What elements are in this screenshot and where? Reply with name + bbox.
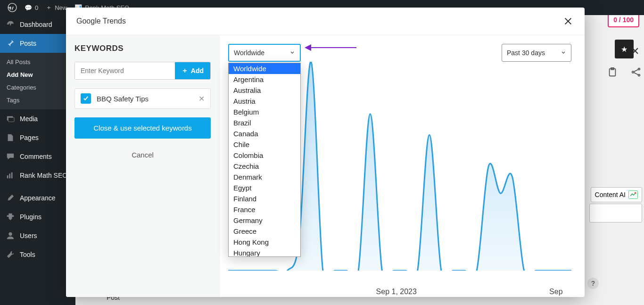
region-option[interactable]: Australia (229, 85, 300, 96)
sidebar-sub-categories[interactable]: Categories (0, 81, 75, 94)
help-icon[interactable]: ? (587, 278, 599, 289)
svg-rect-3 (7, 175, 8, 178)
share-icon[interactable] (631, 67, 641, 79)
region-option[interactable]: Hong Kong (229, 237, 300, 247)
cancel-button[interactable]: Cancel (74, 147, 211, 163)
focus-keyword-input[interactable] (589, 204, 642, 223)
svg-point-8 (632, 71, 634, 73)
sidebar-label: Posts (20, 40, 36, 47)
sidebar-label: Tools (20, 251, 35, 258)
add-keyword-button[interactable]: ＋ Add (175, 62, 210, 79)
close-panel-icon[interactable]: ✕ (626, 43, 644, 59)
region-option[interactable]: Canada (229, 128, 300, 139)
svg-rect-5 (11, 173, 13, 179)
annotation-arrow (305, 46, 356, 49)
region-selected-label: Worldwide (234, 49, 264, 57)
sidebar-item-dashboard[interactable]: Dashboard (0, 15, 75, 34)
close-button[interactable] (562, 15, 574, 27)
sidebar-item-comments[interactable]: Comments (0, 147, 75, 166)
google-trends-modal: Google Trends KEYWORDS ＋ Add BBQ Safety … (66, 8, 585, 297)
chart-icon (6, 171, 15, 180)
sidebar-label: Comments (20, 153, 52, 160)
sidebar-label: Rank Math SEO (20, 172, 67, 179)
modal-header: Google Trends (66, 8, 585, 35)
time-select-button[interactable]: Past 30 days (502, 44, 571, 62)
region-option[interactable]: Chile (229, 139, 300, 150)
region-select[interactable]: Worldwide WorldwideArgentinaAustraliaAus… (228, 44, 301, 62)
time-selected-label: Past 30 days (507, 49, 545, 57)
x-tick-mid: Sep 1, 2023 (376, 288, 417, 296)
region-options-list[interactable]: WorldwideArgentinaAustraliaAustriaBelgiu… (229, 63, 300, 257)
sidebar-item-posts[interactable]: Posts (0, 34, 75, 53)
svg-rect-4 (9, 173, 10, 178)
keyword-checkbox[interactable] (81, 93, 91, 104)
region-option[interactable]: Worldwide (229, 63, 300, 74)
time-select[interactable]: Past 30 days (502, 44, 571, 62)
sidebar-item-pages[interactable]: Pages (0, 128, 75, 147)
sidebar-sub-allposts[interactable]: All Posts (0, 56, 75, 68)
plugin-icon (6, 212, 15, 222)
comments-number: 0 (35, 4, 38, 11)
add-label: Add (191, 67, 204, 74)
sidebar-label: Dashboard (20, 21, 52, 28)
x-tick-end: Sep 15, 2023 (549, 288, 566, 297)
region-option[interactable]: Austria (229, 96, 300, 107)
region-option[interactable]: Argentina (229, 74, 300, 85)
panel-tab-icons (607, 67, 641, 79)
trend-icon (628, 190, 638, 199)
page-icon (6, 133, 15, 142)
comment-icon (6, 152, 15, 161)
pin-icon (6, 39, 15, 48)
keyword-input[interactable] (75, 62, 175, 79)
sidebar-item-users[interactable]: Users (0, 226, 75, 245)
sidebar-item-rankmath[interactable]: Rank Math SEO (0, 166, 75, 185)
region-option[interactable]: Finland (229, 193, 300, 204)
remove-keyword-button[interactable]: ✕ (198, 94, 205, 103)
wp-admin-sidebar: Dashboard Posts All Posts Add New Catego… (0, 15, 75, 305)
user-icon (6, 231, 15, 240)
keywords-panel: KEYWORDS ＋ Add BBQ Safety Tips ✕ Close &… (66, 35, 220, 297)
sidebar-sub-tags[interactable]: Tags (0, 94, 75, 107)
region-select-button[interactable]: Worldwide (228, 44, 301, 62)
region-option[interactable]: Belgium (229, 107, 300, 117)
sidebar-label: Appearance (20, 194, 56, 202)
sidebar-item-appearance[interactable]: Appearance (0, 189, 75, 207)
svg-rect-2 (8, 117, 15, 122)
svg-point-9 (638, 68, 640, 70)
plus-icon: ＋ (46, 3, 52, 12)
keyword-input-row: ＋ Add (74, 62, 211, 80)
chevron-down-icon (561, 49, 566, 57)
sidebar-item-plugins[interactable]: Plugins (0, 207, 75, 226)
region-option[interactable]: Germany (229, 215, 300, 226)
region-option[interactable]: France (229, 204, 300, 215)
wrench-icon (6, 250, 15, 259)
content-ai-button[interactable]: Content AI (591, 187, 642, 202)
wp-logo[interactable] (4, 3, 21, 12)
comments-count[interactable]: 💬 0 (21, 4, 42, 11)
modal-title: Google Trends (76, 17, 126, 25)
clipboard-icon[interactable] (607, 67, 618, 79)
svg-point-10 (638, 74, 640, 76)
region-option[interactable]: Colombia (229, 150, 300, 161)
chevron-down-icon (289, 49, 295, 57)
content-ai-label: Content AI (595, 191, 626, 198)
posts-submenu: All Posts Add New Categories Tags (0, 53, 75, 109)
sidebar-item-tools[interactable]: Tools (0, 245, 75, 264)
dashboard-icon (6, 20, 15, 29)
media-icon (6, 114, 15, 124)
sidebar-item-media[interactable]: Media (0, 109, 75, 128)
region-option[interactable]: Czechia (229, 161, 300, 172)
new-label: New (55, 4, 67, 11)
region-option[interactable]: Greece (229, 226, 300, 237)
keyword-name: BBQ Safety Tips (97, 95, 193, 103)
region-option[interactable]: Egypt (229, 182, 300, 193)
region-option[interactable]: Hungary (229, 247, 300, 257)
sidebar-sub-addnew[interactable]: Add New (0, 68, 75, 81)
region-option[interactable]: Denmark (229, 172, 300, 182)
sidebar-label: Media (20, 115, 38, 123)
plus-icon: ＋ (182, 66, 188, 75)
close-use-keywords-button[interactable]: Close & use selected keywords (74, 117, 211, 139)
sidebar-label: Plugins (20, 213, 41, 221)
region-option[interactable]: Brazil (229, 117, 300, 128)
comment-icon: 💬 (25, 4, 32, 11)
